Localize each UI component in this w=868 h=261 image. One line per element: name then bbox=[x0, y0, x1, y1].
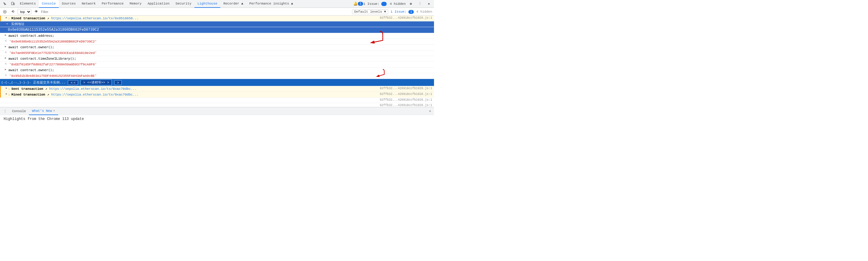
hidden-summary: 4 hidden bbox=[416, 10, 432, 13]
console-row-instance-addr: ⇒ 实例地址 bbox=[0, 22, 434, 27]
tab-lighthouse[interactable]: Lighthouse bbox=[194, 0, 220, 8]
console-content: ▶ ⚠ Mined transaction ↗ https://sepolia.… bbox=[0, 16, 434, 107]
mined-tx-link-1[interactable]: https://sepolia.etherscan.io/tx/0x051865… bbox=[51, 17, 138, 20]
expand-arrow-4[interactable]: ▶ bbox=[5, 56, 6, 60]
progress-next-btn[interactable]: > bbox=[114, 80, 121, 85]
console-row-result-owner-2: < '0x95d1b3b4d63A175DF4466152355FA943AFa… bbox=[0, 73, 434, 79]
expand-arrow-2[interactable]: ▶ bbox=[5, 33, 6, 37]
warning-icon: ⚠ bbox=[8, 16, 10, 21]
preserve-log-icon[interactable]: ⟲ bbox=[10, 9, 16, 15]
result-left-arrow: < bbox=[5, 39, 7, 43]
bottom-tab-whatsnew-label: What's New bbox=[32, 109, 52, 113]
external-link-icon: ↗ bbox=[47, 17, 51, 20]
result-left-arrow-2: < bbox=[5, 51, 7, 54]
expand-arrow-5[interactable]: ▶ bbox=[5, 68, 6, 71]
console-row-owner-2: ▶ await contract.owner(); bbox=[0, 67, 434, 73]
expand-arrow-6[interactable]: ▶ bbox=[6, 87, 7, 90]
tab-console[interactable]: Console bbox=[39, 0, 59, 8]
row-source-empty-1: 92ffb32...426918ccfb1926.js:1 bbox=[380, 98, 434, 102]
svg-rect-0 bbox=[11, 2, 13, 5]
console-row-owner-1: ▶ await contract.owner(); bbox=[0, 44, 434, 50]
console-row-address-block: 0x6e038bAb1115352e55A2a31808DB682FeD0739… bbox=[0, 27, 434, 33]
filter-input[interactable] bbox=[41, 10, 350, 13]
row-source-1: 92ffb32...426918ccfb1926.js:1 bbox=[380, 16, 434, 20]
tab-application[interactable]: Application bbox=[145, 0, 173, 8]
mined-tx-link-2[interactable]: https://sepolia.etherscan.io/tx/0xac70db… bbox=[51, 93, 138, 96]
warning-icon-3: ⚠ bbox=[8, 92, 10, 97]
result-left-arrow-4: < bbox=[5, 73, 7, 77]
progress-text: (-(-_(--_)-)-)- 正在提交关卡实例... bbox=[1, 80, 65, 85]
hidden-count: 4 hidden bbox=[390, 2, 406, 6]
result-owner-1-value: '0x7ae0655F0Ee1e7752D7C62493CEa1E69A810e… bbox=[9, 51, 97, 55]
close-bottom-panel-btn[interactable]: ✕ bbox=[427, 109, 433, 113]
filter-bar: ⟲ top 👁 Default levels ▼ 1 Issue: 1 4 hi… bbox=[0, 8, 434, 16]
code-timezone: await contract.timeZone1Library(); bbox=[7, 56, 434, 61]
issue-count[interactable]: 1 bbox=[381, 2, 387, 6]
mined-transaction-label: Mined transaction bbox=[11, 17, 45, 20]
default-levels-dropdown[interactable]: Default levels ▼ bbox=[352, 9, 388, 14]
issues-label: 1 Issue: bbox=[364, 2, 379, 6]
more-options-bottom-icon[interactable]: ⋮ bbox=[1, 107, 9, 115]
bottom-tab-whatsnew[interactable]: What's New × bbox=[29, 107, 58, 115]
tab-memory[interactable]: Memory bbox=[127, 0, 145, 8]
progress-prev-btn[interactable]: < < bbox=[68, 80, 78, 85]
sent-transaction-label: Sent transaction bbox=[11, 87, 43, 91]
bottom-tab-bar: ⋮ Console What's New × ✕ bbox=[0, 107, 434, 115]
instance-label: 实例地址 bbox=[10, 22, 25, 27]
result-left-arrow-3: < bbox=[5, 62, 7, 66]
arrow-right-icon: ⇒ bbox=[6, 22, 8, 26]
expand-arrow-3[interactable]: ▶ bbox=[5, 45, 6, 48]
devtools-tab-bar: Elements Console Sources Network Perform… bbox=[0, 0, 434, 8]
console-row-progress: (-(-_(--_)-)-)- 正在提交关卡实例... < < > <<请稍等>… bbox=[0, 79, 434, 86]
console-row-contract-address: ▶ await contract.address; bbox=[0, 33, 434, 39]
progress-status: > <<请稍等>> > bbox=[81, 79, 112, 85]
svg-rect-1 bbox=[13, 3, 14, 5]
expand-arrow-7[interactable]: ▶ bbox=[6, 92, 7, 96]
more-options-icon[interactable]: ⋮ bbox=[416, 0, 424, 8]
mined-transaction-label-2: Mined transaction bbox=[11, 93, 45, 96]
console-row-mined-1: ▶ ⚠ Mined transaction ↗ https://sepolia.… bbox=[0, 16, 434, 22]
expand-arrow[interactable]: ▶ bbox=[6, 16, 7, 19]
bottom-tab-close-btn[interactable]: × bbox=[53, 109, 55, 113]
address-value-selected[interactable]: 0x6e038bAb1115352e55A2a31808DB682FeD0739… bbox=[7, 27, 99, 32]
result-owner-2-value: '0x95d1b3b4d63A175DF4466152355FA943AFaA9… bbox=[9, 74, 97, 78]
result-timezone-value: '0xEEf0105Ff0d092faF2277060A59a0D937f9cA… bbox=[9, 63, 97, 66]
row-source-2: 92ffb32...426918ccfb1926.js:1 bbox=[380, 87, 434, 90]
tab-security[interactable]: Security bbox=[173, 0, 194, 8]
notification-icon[interactable]: 🔔 1 bbox=[354, 0, 362, 8]
tabs-right-area: 🔔 1 1 Issue: 1 4 hidden ⚙ ⋮ ✕ bbox=[354, 0, 433, 8]
code-owner-1: await contract.owner(); bbox=[7, 45, 434, 50]
close-devtools-icon[interactable]: ✕ bbox=[425, 0, 433, 8]
bottom-tab-console-label: Console bbox=[12, 109, 26, 113]
highlights-bar: Highlights from the Chrome 113 update bbox=[0, 115, 434, 123]
tab-performance-insights[interactable]: Performance insights ▲ bbox=[246, 0, 296, 8]
console-row-mined-2: ▶ ⚠ Mined transaction ↗ https://sepolia.… bbox=[0, 92, 434, 98]
result-address-value: '0x6e038bAb1115352e55A2a31808DB682FeD073… bbox=[9, 40, 97, 43]
warning-icon-2: ⚠ bbox=[8, 87, 10, 91]
code-contract-address: await contract.address; bbox=[7, 33, 434, 38]
code-owner-2: await contract.owner(); bbox=[7, 68, 434, 73]
row-source-3: 92ffb32...426918ccfb1926.js:1 bbox=[380, 92, 434, 96]
console-row-sent: ▶ ⚠ Sent transaction ↗ https://sepolia.e… bbox=[0, 86, 434, 92]
external-link-icon-2: ↗ bbox=[45, 87, 49, 91]
console-row-empty-2: 92ffb32...426918ccfb1926.js:1 bbox=[0, 103, 434, 107]
console-row-result-timezone: < '0xEEf0105Ff0d092faF2277060A59a0D937f9… bbox=[0, 62, 434, 67]
console-row-result-owner-1: < '0x7ae0655F0Ee1e7752D7C62493CEa1E69A81… bbox=[0, 50, 434, 56]
device-toolbar-icon[interactable] bbox=[9, 0, 17, 8]
bottom-tab-console[interactable]: Console bbox=[9, 107, 29, 115]
tab-sources[interactable]: Sources bbox=[59, 0, 79, 8]
tab-network[interactable]: Network bbox=[79, 0, 98, 8]
console-row-empty-1: 92ffb32...426918ccfb1926.js:1 bbox=[0, 98, 434, 103]
settings-icon[interactable]: ⚙ bbox=[407, 0, 415, 8]
clear-console-icon[interactable] bbox=[2, 9, 8, 15]
inspect-icon[interactable] bbox=[1, 0, 9, 8]
tab-recorder[interactable]: Recorder ▲ bbox=[220, 0, 246, 8]
eye-icon[interactable]: 👁 bbox=[33, 9, 39, 15]
issues-summary[interactable]: 1 Issue: 1 bbox=[391, 10, 414, 13]
tab-elements[interactable]: Elements bbox=[17, 0, 39, 8]
tab-performance[interactable]: Performance bbox=[98, 0, 127, 8]
row-source-empty-2: 92ffb32...426918ccfb1926.js:1 bbox=[380, 103, 434, 107]
console-row-timezone: ▶ await contract.timeZone1Library(); bbox=[0, 56, 434, 62]
sent-tx-link[interactable]: https://sepolia.etherscan.io/tx/0xac70db… bbox=[49, 87, 136, 91]
context-selector[interactable]: top bbox=[18, 9, 31, 14]
